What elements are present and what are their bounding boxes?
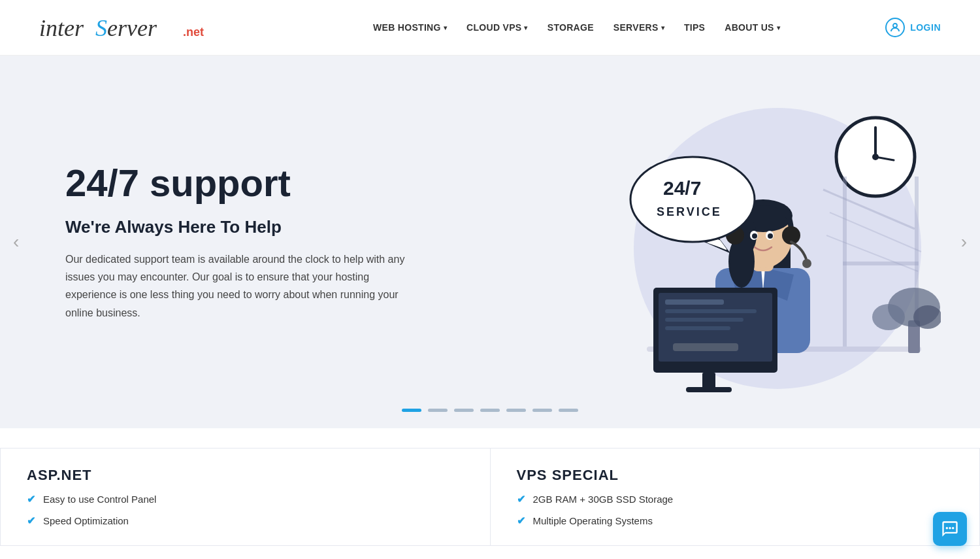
live-chat-button[interactable]	[933, 512, 967, 546]
nav-storage[interactable]: STORAGE	[547, 22, 594, 33]
hero-illustration-area: 24/7 SERVICE	[601, 85, 941, 399]
feature-asp-item-1: ✔ Easy to use Control Panel	[27, 493, 470, 505]
chat-icon	[941, 520, 959, 538]
nav-web-hosting[interactable]: WEB HOSTING ▾	[373, 22, 447, 33]
carousel-dot-7[interactable]	[559, 409, 578, 412]
svg-text:erver: erver	[107, 15, 157, 41]
svg-point-56	[952, 527, 955, 530]
chevron-down-icon: ▾	[444, 24, 447, 31]
hero-content: 24/7 support We're Always Here To Help O…	[0, 123, 444, 361]
nav-servers[interactable]: SERVERS ▾	[613, 22, 664, 33]
check-icon-4: ✔	[517, 515, 525, 527]
nav-tips[interactable]: TIPS	[684, 22, 705, 33]
chevron-down-icon: ▾	[524, 24, 527, 31]
svg-rect-41	[665, 318, 743, 322]
svg-rect-45	[673, 343, 738, 351]
svg-point-30	[752, 233, 757, 239]
check-icon-3: ✔	[517, 493, 525, 505]
hero-subtitle: We're Always Here To Help	[65, 217, 405, 237]
carousel-dot-1[interactable]	[402, 409, 421, 412]
user-icon	[885, 18, 905, 37]
features-section: ASP.NET ✔ Easy to use Control Panel ✔ Sp…	[0, 428, 980, 546]
carousel-next-button[interactable]: ›	[955, 225, 973, 259]
svg-point-4	[893, 24, 897, 27]
svg-rect-42	[665, 326, 730, 330]
svg-rect-40	[665, 309, 757, 313]
feature-card-vps: VPS SPECIAL ✔ 2GB RAM + 30GB SSD Storage…	[490, 448, 981, 546]
carousel-dots	[402, 409, 578, 412]
svg-text:.net: .net	[183, 25, 204, 39]
check-icon-2: ✔	[27, 515, 35, 527]
carousel-dot-5[interactable]	[506, 409, 526, 412]
svg-point-46	[630, 157, 755, 242]
logo-svg: inter S erver .net	[39, 10, 268, 46]
svg-point-54	[946, 527, 949, 530]
main-nav: WEB HOSTING ▾ CLOUD VPS ▾ STORAGE SERVER…	[373, 22, 780, 33]
feature-vps-item-1: ✔ 2GB RAM + 30GB SSD Storage	[517, 493, 960, 505]
carousel-prev-button[interactable]: ‹	[7, 225, 25, 259]
carousel-dot-6[interactable]	[532, 409, 552, 412]
svg-point-55	[949, 527, 951, 530]
check-icon-1: ✔	[27, 493, 35, 505]
chevron-down-icon: ▾	[661, 24, 664, 31]
hero-title: 24/7 support	[65, 162, 405, 204]
feature-vps-item-2: ✔ Multiple Operating Systems	[517, 515, 960, 527]
svg-text:SERVICE: SERVICE	[657, 205, 722, 218]
svg-point-16	[872, 304, 905, 330]
login-button[interactable]: LOGIN	[885, 18, 941, 37]
svg-rect-13	[843, 262, 919, 265]
feature-asp-title: ASP.NET	[27, 467, 470, 484]
svg-rect-43	[702, 373, 715, 389]
svg-point-31	[768, 233, 773, 239]
site-header: inter S erver .net WEB HOSTING ▾ CLOUD V…	[0, 0, 980, 56]
svg-text:24/7: 24/7	[663, 177, 701, 199]
svg-point-34	[802, 259, 811, 268]
svg-rect-39	[665, 299, 724, 305]
svg-point-17	[913, 305, 941, 329]
hero-description: Our dedicated support team is available …	[65, 250, 405, 322]
feature-asp-item-2: ✔ Speed Optimization	[27, 515, 470, 527]
carousel-dot-4[interactable]	[480, 409, 500, 412]
chevron-down-icon: ▾	[777, 24, 780, 31]
carousel-dot-3[interactable]	[454, 409, 474, 412]
nav-cloud-vps[interactable]: CLOUD VPS ▾	[466, 22, 528, 33]
hero-section: ‹ 24/7 support We're Always Here To Help…	[0, 56, 980, 428]
logo[interactable]: inter S erver .net	[39, 10, 268, 46]
feature-card-asp: ASP.NET ✔ Easy to use Control Panel ✔ Sp…	[0, 448, 490, 546]
feature-vps-title: VPS SPECIAL	[517, 467, 960, 484]
svg-text:inter: inter	[39, 15, 84, 41]
hero-illustration-svg: 24/7 SERVICE	[601, 85, 941, 399]
svg-rect-44	[686, 387, 732, 392]
svg-text:S: S	[95, 15, 107, 41]
carousel-dot-2[interactable]	[428, 409, 448, 412]
nav-about-us[interactable]: ABOUT US ▾	[725, 22, 780, 33]
